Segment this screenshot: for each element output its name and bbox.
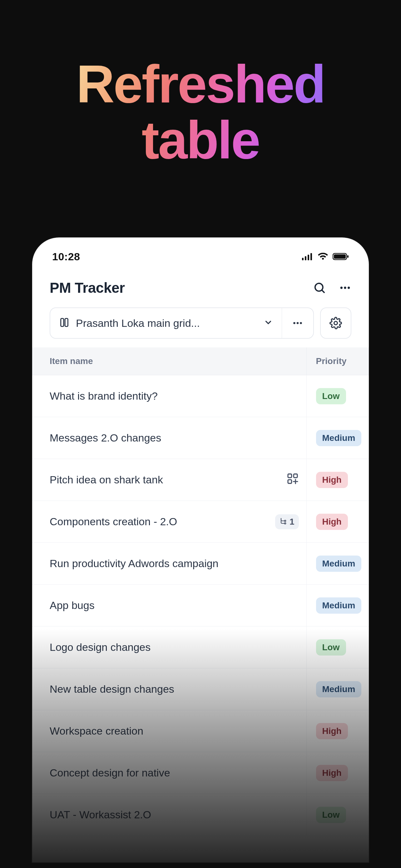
more-button[interactable] <box>339 281 352 294</box>
board-icon <box>59 317 70 329</box>
svg-rect-13 <box>65 318 68 327</box>
cellular-icon <box>302 253 313 260</box>
settings-button[interactable] <box>320 307 352 339</box>
svg-point-23 <box>285 520 286 521</box>
marketing-headline: Refreshed table <box>76 56 325 168</box>
svg-rect-19 <box>294 474 297 478</box>
svg-point-15 <box>297 322 299 324</box>
chevron-down-icon <box>264 318 273 329</box>
table-row[interactable]: Concept design for nativeHigh <box>32 752 369 794</box>
svg-rect-20 <box>288 479 292 484</box>
table-row[interactable]: UAT - Workassist 2.OLow <box>32 794 369 836</box>
priority-badge: Medium <box>316 597 362 614</box>
table-row[interactable]: Workspace creationHigh <box>32 710 369 752</box>
svg-point-9 <box>340 286 343 289</box>
phone-mock: 10:28 PM Tracker <box>32 238 369 862</box>
view-label: Prasanth Loka main grid... <box>76 317 257 329</box>
table-row[interactable]: Pitch idea on shark tankHigh <box>32 459 369 501</box>
item-name: Logo design changes <box>49 641 299 653</box>
headline-line-1: Refreshed <box>76 54 325 114</box>
add-widget-icon[interactable] <box>287 472 299 488</box>
priority-badge: High <box>316 723 348 739</box>
item-name: Run productivity Adwords campaign <box>49 557 299 569</box>
priority-badge: Medium <box>316 556 362 572</box>
item-name: New table design changes <box>49 683 299 695</box>
svg-rect-2 <box>308 255 309 260</box>
item-name: Messages 2.O changes <box>49 432 299 444</box>
table-row[interactable]: Messages 2.O changesMedium <box>32 417 369 459</box>
priority-badge: Low <box>316 639 346 655</box>
view-dropdown[interactable]: Prasanth Loka main grid... <box>50 308 282 338</box>
table-row[interactable]: Components creation - 2.O1High <box>32 501 369 543</box>
svg-line-8 <box>322 290 324 292</box>
app-header: PM Tracker <box>32 269 369 302</box>
items-table: Item name Priority What is brand identit… <box>32 347 369 836</box>
svg-point-10 <box>344 286 346 289</box>
priority-badge: High <box>316 472 348 488</box>
marketing-hero: Refreshed table <box>0 0 401 168</box>
priority-badge: Low <box>316 388 346 404</box>
svg-rect-12 <box>61 318 64 327</box>
priority-badge: Low <box>316 807 346 823</box>
view-toolbar: Prasanth Loka main grid... <box>32 302 369 347</box>
priority-badge: Medium <box>316 430 362 446</box>
table-row[interactable]: What is brand identity?Low <box>32 375 369 417</box>
priority-badge: Medium <box>316 681 362 698</box>
table-row[interactable]: New table design changesMedium <box>32 668 369 710</box>
view-more-button[interactable] <box>282 308 313 338</box>
column-header-name[interactable]: Item name <box>32 347 306 375</box>
item-name: UAT - Workassist 2.O <box>49 809 299 821</box>
svg-point-16 <box>300 322 302 324</box>
svg-point-17 <box>334 321 338 325</box>
svg-rect-3 <box>310 253 312 260</box>
item-name: App bugs <box>49 599 299 612</box>
svg-point-14 <box>293 322 295 324</box>
svg-rect-5 <box>334 254 346 259</box>
search-button[interactable] <box>313 281 326 294</box>
item-name: Concept design for native <box>49 767 299 779</box>
svg-rect-6 <box>347 255 348 258</box>
item-name: Pitch idea on shark tank <box>49 474 280 486</box>
item-name: Workspace creation <box>49 725 299 737</box>
priority-badge: High <box>316 514 348 530</box>
headline-line-2: table <box>142 110 260 170</box>
subtask-count: 1 <box>290 517 295 527</box>
table-row[interactable]: Logo design changesLow <box>32 626 369 668</box>
item-name: What is brand identity? <box>49 390 299 402</box>
status-time: 10:28 <box>52 251 80 263</box>
svg-rect-18 <box>288 474 292 478</box>
battery-icon <box>333 253 349 260</box>
wifi-icon <box>318 253 328 260</box>
svg-rect-0 <box>302 258 304 260</box>
priority-badge: High <box>316 765 348 781</box>
table-row[interactable]: App bugsMedium <box>32 585 369 626</box>
table-row[interactable]: Run productivity Adwords campaignMedium <box>32 543 369 585</box>
item-name: Components creation - 2.O <box>49 516 269 528</box>
svg-rect-1 <box>305 256 306 260</box>
status-bar: 10:28 <box>32 238 369 269</box>
column-header-priority[interactable]: Priority <box>306 347 369 375</box>
subtask-icon <box>279 517 287 527</box>
svg-point-11 <box>347 286 350 289</box>
subtask-badge[interactable]: 1 <box>275 514 299 529</box>
view-switcher: Prasanth Loka main grid... <box>49 307 314 339</box>
page-title: PM Tracker <box>49 279 125 296</box>
svg-point-24 <box>285 522 286 524</box>
